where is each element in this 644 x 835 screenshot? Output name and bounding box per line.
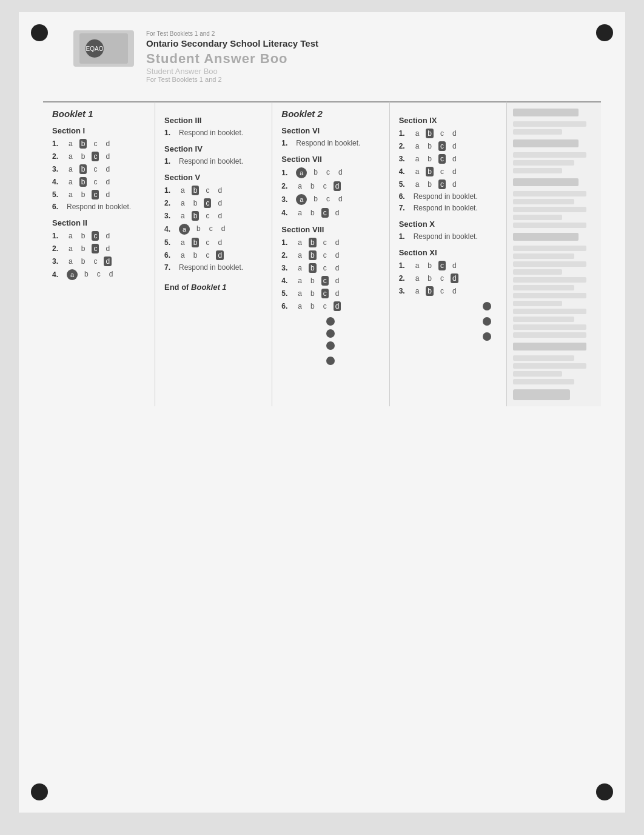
s9-q6: 6. Respond in booklet.: [399, 192, 497, 201]
header-title: Ontario Secondary School Literacy Test: [146, 38, 318, 49]
svg-text:EQAO: EQAO: [86, 45, 104, 52]
corner-mark-tr: [596, 24, 613, 41]
page: EQAO For Test Booklets 1 and 2 Ontario S…: [19, 12, 625, 813]
corner-mark-br: [596, 783, 613, 800]
right-line-5: [513, 168, 562, 173]
right-line-4: [513, 160, 574, 166]
s1-q6: 6. Respond in booklet.: [52, 203, 146, 211]
s8-q5: 5. a b c d: [281, 289, 380, 298]
section-i-title: Section I: [52, 126, 146, 135]
right-line-1: [513, 121, 587, 127]
s1-q4: 4. a b c d: [52, 177, 146, 187]
s5-q3: 3. a b c d: [164, 211, 263, 221]
logo: EQAO: [73, 30, 134, 67]
s5-q7: 7. Respond in booklet.: [164, 263, 263, 272]
s8-q6: 6. a b c d: [281, 301, 380, 311]
right-col-title: [513, 109, 579, 116]
s2-q3: 3. a b c d: [52, 257, 146, 266]
s5-q5: 5. a b c d: [164, 238, 263, 247]
header: EQAO For Test Booklets 1 and 2 Ontario S…: [43, 30, 601, 83]
right-col-btn: [513, 389, 571, 400]
s10-q1: 1. Respond in booklet.: [399, 232, 497, 241]
booklet1b-col: Section III 1. Respond in booklet. Secti…: [155, 101, 272, 406]
s9-q1: 1. a b c d: [399, 129, 497, 138]
s8-q3: 3. a b c d: [281, 263, 380, 273]
s7-q3: 3. a b c d: [281, 194, 380, 205]
s1-q2: 2. a b c d: [52, 152, 146, 161]
s11-q3: 3. a b c d: [399, 286, 497, 296]
s7-q4: 4. a b c d: [281, 208, 380, 218]
s8-q4: 4. a b c d: [281, 276, 380, 286]
end-booklet1: End of Booklet 1: [164, 283, 263, 292]
section-viii-title: Section VIII: [281, 225, 380, 234]
section-ix-title: Section IX: [399, 116, 497, 125]
s8-q2: 2. a b c d: [281, 250, 380, 260]
right-col-title2: [513, 139, 579, 147]
header-subtitle: Student Answer Boo: [146, 51, 318, 67]
booklet1-col: Booklet 1 Section I 1. a b c d 2. a b c: [43, 101, 155, 406]
section-vi-title: Section VI: [281, 126, 380, 135]
s2-q2: 2. a b c d: [52, 244, 146, 253]
section-ii-title: Section II: [52, 218, 146, 227]
s1-q3: 3. a b c d: [52, 164, 146, 174]
booklet1-title: Booklet 1: [52, 109, 146, 119]
s5-q2: 2. a b c d: [164, 198, 263, 208]
s3-q1: 1. Respond in booklet.: [164, 129, 263, 137]
s11-q2: 2. a b c d: [399, 273, 497, 283]
right-col-title3: [513, 178, 579, 186]
right-line-2: [513, 129, 562, 135]
bubble-dots: [281, 317, 380, 365]
header-dates: For Test Booklets 1 and 2: [146, 76, 318, 83]
s5-q1: 1. a b c d: [164, 186, 263, 195]
header-tag: For Test Booklets 1 and 2: [146, 30, 318, 37]
booklet2-col: Booklet 2 Section VI 1. Respond in bookl…: [272, 101, 389, 406]
s4-q1: 1. Respond in booklet.: [164, 157, 263, 166]
s9-q5: 5. a b c d: [399, 179, 497, 189]
section-x-title: Section X: [399, 220, 497, 229]
s8-q1: 1. a b c d: [281, 238, 380, 247]
section-xi-title: Section XI: [399, 248, 497, 257]
s7-q1: 1. a b c d: [281, 167, 380, 178]
s9-q2: 2. a b c d: [399, 141, 497, 151]
s2-q1: 1. a b c d: [52, 231, 146, 241]
section-v-title: Section V: [164, 173, 263, 182]
right-line-3: [513, 152, 587, 158]
section-vii-title: Section VII: [281, 155, 380, 164]
s5-q6: 6. a b c d: [164, 250, 263, 260]
header-sub2: Student Answer Boo: [146, 67, 318, 76]
s7-q2: 2. a b c d: [281, 181, 380, 191]
s1-q1: 1. a b c d: [52, 139, 146, 149]
s9-q7: 7. Respond in booklet.: [399, 204, 497, 212]
bubble-dots-2: [399, 302, 491, 341]
section-iii-title: Section III: [164, 116, 263, 125]
s6-q1: 1. Respond in booklet.: [281, 139, 380, 147]
s2-q4: 4. a b c d: [52, 269, 146, 280]
s9-q3: 3. a b c d: [399, 154, 497, 164]
s9-q4: 4. a b c d: [399, 167, 497, 176]
booklet2b-col: Section IX 1. a b c d 2. a b c d: [390, 101, 507, 406]
header-text: For Test Booklets 1 and 2 Ontario Second…: [146, 30, 318, 83]
right-column: [507, 101, 601, 406]
corner-mark-tl: [31, 24, 48, 41]
s5-q4: 4. a b c d: [164, 224, 263, 235]
corner-mark-bl: [31, 783, 48, 800]
s11-q1: 1. a b c d: [399, 261, 497, 270]
section-iv-title: Section IV: [164, 144, 263, 153]
main-content: Booklet 1 Section I 1. a b c d 2. a b c: [43, 101, 601, 406]
s1-q5: 5. a b c d: [52, 190, 146, 200]
booklet2-title: Booklet 2: [281, 109, 380, 119]
